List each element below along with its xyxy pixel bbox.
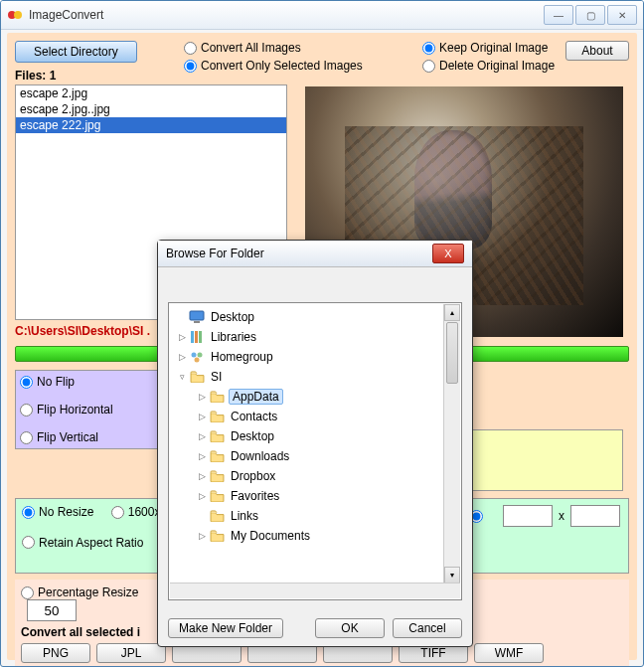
width-input[interactable] [503, 505, 553, 527]
scroll-down-icon[interactable]: ▾ [444, 567, 460, 584]
expand-icon[interactable]: ▷ [175, 352, 189, 362]
expand-icon[interactable]: ▷ [195, 471, 209, 481]
select-directory-button[interactable]: Select Directory [15, 41, 137, 63]
tree-item[interactable]: ▿SI [169, 367, 461, 387]
list-item[interactable]: escape 222.jpg [16, 117, 286, 133]
tree-item[interactable]: ▷AppData [169, 387, 461, 407]
svg-rect-3 [194, 321, 200, 323]
tree-item-label: AppData [229, 389, 283, 405]
folder-icon [209, 389, 225, 405]
svg-rect-6 [199, 331, 202, 343]
convert-selected-radio[interactable]: Convert Only Selected Images [184, 59, 363, 73]
tree-item-label: Libraries [209, 330, 258, 344]
height-input[interactable] [570, 505, 620, 527]
tree-item-label: Contacts [229, 410, 279, 423]
tree-item-label: Dropbox [229, 469, 277, 483]
retain-aspect-radio[interactable]: Retain Aspect Ratio [22, 536, 143, 550]
expand-icon[interactable]: ▷ [195, 451, 209, 461]
tree-item[interactable]: ▷Dropbox [169, 466, 461, 486]
svg-point-9 [195, 358, 200, 363]
tree-item[interactable]: ▷Downloads [169, 446, 461, 466]
expand-icon[interactable]: ▷ [195, 431, 209, 441]
svg-point-8 [198, 353, 203, 358]
expand-icon[interactable]: ▷ [175, 332, 189, 342]
tree-item-label: Homegroup [209, 350, 275, 364]
expand-icon[interactable]: ▷ [195, 491, 209, 501]
svg-rect-4 [191, 331, 194, 343]
desktop-icon [189, 309, 205, 325]
format-button[interactable]: PNG [21, 643, 90, 663]
expand-icon[interactable]: ▷ [195, 412, 209, 421]
horizontal-scrollbar[interactable] [170, 583, 460, 598]
folder-icon [209, 508, 225, 524]
tree-item-label: Links [229, 509, 260, 523]
format-button[interactable]: WMF [474, 643, 544, 663]
folder-tree[interactable]: Desktop▷Libraries▷Homegroup▿SI▷AppData▷C… [168, 302, 462, 600]
list-item[interactable]: escape 2.jpg [16, 85, 286, 101]
browse-folder-dialog: Browse For Folder X Desktop▷Libraries▷Ho… [157, 240, 473, 647]
format-button[interactable]: JPL [96, 643, 166, 663]
no-resize-radio[interactable]: No Resize [22, 505, 93, 519]
tree-item[interactable]: ▷My Documents [169, 526, 461, 546]
folder-icon [189, 369, 205, 385]
app-window: ImageConvert — ▢ ✕ Select Directory Conv… [0, 0, 644, 667]
dialog-title: Browse For Folder [166, 247, 432, 260]
dialog-close-button[interactable]: X [432, 244, 464, 263]
minimize-button[interactable]: — [544, 5, 573, 25]
tree-item[interactable]: ▷Desktop [169, 426, 461, 446]
folder-icon [209, 528, 225, 544]
folder-icon [209, 468, 225, 484]
folder-icon [209, 448, 225, 464]
window-title: ImageConvert [29, 8, 544, 22]
expand-icon[interactable]: ▷ [195, 531, 209, 541]
vertical-scrollbar[interactable]: ▴ ▾ [443, 304, 460, 584]
tree-item[interactable]: ▷Favorites [169, 486, 461, 506]
tree-item-label: Desktop [229, 429, 276, 443]
percentage-input[interactable] [27, 599, 77, 621]
cancel-button[interactable]: Cancel [393, 618, 462, 638]
svg-rect-5 [195, 331, 198, 343]
tree-item[interactable]: Desktop [169, 307, 461, 327]
tree-item[interactable]: ▷Libraries [169, 327, 461, 347]
svg-point-1 [14, 11, 22, 19]
dialog-titlebar[interactable]: Browse For Folder X [158, 241, 472, 267]
svg-point-7 [192, 353, 197, 358]
flip-horizontal-radio[interactable]: Flip Horizontal [20, 403, 159, 417]
tree-item-label: Desktop [209, 310, 256, 324]
about-button[interactable]: About [565, 41, 629, 61]
close-button[interactable]: ✕ [607, 5, 637, 25]
folder-icon [209, 428, 225, 444]
expand-icon[interactable]: ▿ [175, 372, 189, 382]
flip-vertical-radio[interactable]: Flip Vertical [20, 430, 159, 444]
app-icon [7, 7, 23, 23]
keep-original-radio[interactable]: Keep Original Image [422, 41, 555, 55]
tree-item[interactable]: ▷Contacts [169, 407, 461, 426]
tree-item-label: My Documents [229, 529, 312, 543]
no-flip-radio[interactable]: No Flip [20, 375, 159, 389]
homegroup-icon [189, 349, 205, 365]
maximize-button[interactable]: ▢ [575, 5, 605, 25]
list-item[interactable]: escape 2.jpg..jpg [16, 101, 286, 117]
tree-item[interactable]: Links [169, 506, 461, 526]
convert-all-radio[interactable]: Convert All Images [184, 41, 363, 55]
delete-original-radio[interactable]: Delete Original Image [422, 59, 555, 73]
titlebar[interactable]: ImageConvert — ▢ ✕ [1, 1, 643, 30]
make-new-folder-button[interactable]: Make New Folder [168, 618, 283, 638]
scroll-thumb[interactable] [446, 322, 458, 384]
scroll-up-icon[interactable]: ▴ [444, 304, 460, 321]
folder-icon [209, 488, 225, 504]
svg-rect-2 [190, 311, 204, 320]
tree-item-label: SI [209, 370, 224, 384]
expand-icon[interactable]: ▷ [195, 392, 209, 402]
tree-item-label: Favorites [229, 489, 281, 503]
libraries-icon [189, 329, 205, 345]
flip-panel: No Flip Flip Horizontal Flip Vertical [15, 370, 164, 449]
tree-item[interactable]: ▷Homegroup [169, 347, 461, 367]
ok-button[interactable]: OK [315, 618, 385, 638]
tree-item-label: Downloads [229, 449, 291, 463]
folder-icon [209, 409, 225, 424]
